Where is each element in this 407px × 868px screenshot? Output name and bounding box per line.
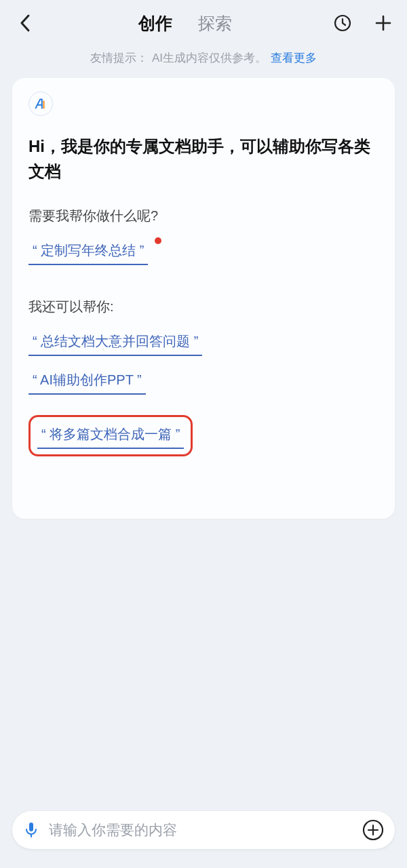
suggestion-item[interactable]: “ AI辅助创作PPT ”: [28, 368, 146, 395]
suggestion-row: “ 将多篇文档合成一篇 ”: [28, 407, 379, 456]
prompt-question: 需要我帮你做什么呢?: [28, 207, 379, 225]
ai-avatar: [28, 92, 53, 116]
suggestion-list: “ 总结文档大意并回答问题 ”“ AI辅助创作PPT ”“ 将多篇文档合成一篇 …: [28, 330, 379, 456]
tab-explore[interactable]: 探索: [197, 8, 233, 39]
more-heading: 我还可以帮你:: [28, 298, 379, 316]
top-right-actions: [331, 12, 395, 35]
hint-more-link[interactable]: 查看更多: [271, 50, 317, 66]
input-bar: [12, 811, 395, 849]
history-button[interactable]: [331, 12, 354, 35]
new-indicator-dot: [155, 237, 161, 244]
add-button[interactable]: [372, 12, 395, 35]
suggestion-item[interactable]: “ 总结文档大意并回答问题 ”: [28, 330, 202, 356]
svg-rect-1: [29, 823, 33, 831]
voice-button[interactable]: [22, 821, 41, 840]
chevron-left-icon: [18, 14, 33, 33]
top-bar: 创作 探索: [0, 0, 407, 46]
attach-button[interactable]: [361, 818, 385, 842]
back-button[interactable]: [12, 9, 39, 37]
hint-text: AI生成内容仅供参考。: [152, 50, 267, 66]
suggestion-item[interactable]: “ 将多篇文档合成一篇 ”: [37, 422, 184, 449]
highlight-annotation: “ 将多篇文档合成一篇 ”: [28, 415, 193, 456]
ai-logo-icon: [33, 96, 48, 111]
message-input[interactable]: [49, 822, 353, 838]
assistant-card: Hi，我是你的专属文档助手，可以辅助你写各类文档 需要我帮你做什么呢? “ 定制…: [12, 78, 395, 519]
greeting-text: Hi，我是你的专属文档助手，可以辅助你写各类文档: [28, 134, 379, 184]
microphone-icon: [23, 821, 39, 839]
suggestion-row: “ 总结文档大意并回答问题 ”: [28, 330, 379, 356]
primary-suggestion-row: “ 定制写年终总结 ”: [28, 239, 379, 265]
suggestion-row: “ AI辅助创作PPT ”: [28, 368, 379, 395]
hint-row: 友情提示： AI生成内容仅供参考。 查看更多: [0, 46, 407, 78]
plus-icon: [374, 14, 393, 33]
tab-create[interactable]: 创作: [137, 8, 174, 39]
primary-suggestion[interactable]: “ 定制写年终总结 ”: [28, 239, 148, 265]
hint-prefix: 友情提示：: [90, 50, 148, 66]
clock-icon: [333, 14, 352, 33]
plus-circle-icon: [362, 819, 384, 841]
tabs: 创作 探索: [45, 8, 326, 39]
